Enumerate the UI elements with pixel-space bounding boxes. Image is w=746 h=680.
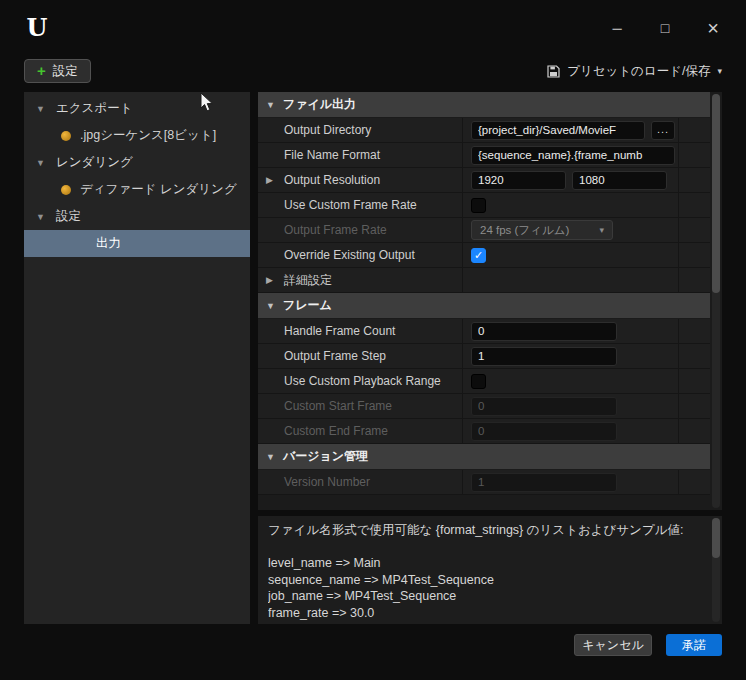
custom-end-frame-input[interactable] bbox=[471, 422, 617, 441]
cancel-button[interactable]: キャンセル bbox=[574, 634, 652, 656]
movie-render-settings-window: U ─ □ × + 設定 プリセットのロード/保存 ▾ ▼ エクス bbox=[0, 0, 746, 680]
setting-label-text: Handle Frame Count bbox=[284, 324, 395, 338]
setting-row-file-name-format: File Name Format bbox=[258, 143, 710, 168]
setting-row-output-resolution: ▶ Output Resolution bbox=[258, 168, 710, 193]
setting-row-use-custom-playback-range: Use Custom Playback Range bbox=[258, 369, 710, 394]
setting-value bbox=[462, 268, 678, 292]
browse-button[interactable]: ... bbox=[651, 121, 675, 140]
setting-value bbox=[462, 344, 678, 368]
triangle-down-icon: ▼ bbox=[266, 301, 275, 311]
setting-label: Version Number bbox=[258, 470, 462, 494]
setting-label: Custom Start Frame bbox=[258, 394, 462, 418]
setting-label: Output Frame Rate bbox=[258, 218, 462, 242]
resolution-height-input[interactable] bbox=[572, 171, 667, 190]
setting-label: Use Custom Playback Range bbox=[258, 369, 462, 393]
info-line: ファイル名形式で使用可能な {format_strings} のリストおよびサン… bbox=[268, 522, 702, 539]
row-end-spacer bbox=[678, 394, 710, 418]
info-scrollbar[interactable] bbox=[712, 518, 720, 622]
section-header-version[interactable]: ▼ バージョン管理 bbox=[258, 444, 710, 469]
output-frame-step-input[interactable] bbox=[471, 347, 617, 366]
sidebar-item-jpg-sequence[interactable]: .jpgシーケンス[8ビット] bbox=[24, 122, 250, 149]
info-line: job_name => MP4Test_Sequence bbox=[268, 588, 702, 605]
titlebar: U ─ □ × bbox=[0, 0, 746, 56]
use-custom-playback-range-checkbox[interactable] bbox=[471, 374, 486, 389]
setting-label-text: Output Resolution bbox=[284, 173, 380, 187]
content: ▼ エクスポート .jpgシーケンス[8ビット] ▼ レンダリング ディファード… bbox=[0, 86, 746, 624]
row-end-spacer bbox=[678, 319, 710, 343]
triangle-down-icon: ▼ bbox=[266, 452, 275, 462]
sidebar: ▼ エクスポート .jpgシーケンス[8ビット] ▼ レンダリング ディファード… bbox=[24, 92, 250, 624]
settings-scrollbar-thumb[interactable] bbox=[712, 94, 720, 293]
setting-label: Custom End Frame bbox=[258, 419, 462, 443]
setting-label: File Name Format bbox=[258, 143, 462, 167]
window-controls: ─ □ × bbox=[608, 19, 722, 37]
minimize-button[interactable]: ─ bbox=[608, 21, 626, 36]
custom-start-frame-input[interactable] bbox=[471, 397, 617, 416]
sidebar-item-output[interactable]: 出力 bbox=[24, 230, 250, 257]
unreal-logo-icon: U bbox=[24, 14, 50, 42]
setting-row-advanced[interactable]: ▶ 詳細設定 bbox=[258, 268, 710, 293]
row-end-spacer bbox=[678, 369, 710, 393]
triangle-down-icon: ▼ bbox=[36, 104, 46, 114]
setting-value bbox=[462, 369, 678, 393]
file-name-format-input[interactable] bbox=[471, 146, 675, 165]
sidebar-group-label: レンダリング bbox=[56, 154, 133, 171]
use-custom-frame-rate-checkbox[interactable] bbox=[471, 198, 486, 213]
setting-label-text: Output Directory bbox=[284, 123, 371, 137]
sidebar-group-rendering[interactable]: ▼ レンダリング bbox=[24, 149, 250, 176]
maximize-button[interactable]: □ bbox=[656, 20, 674, 36]
row-end-spacer bbox=[678, 470, 710, 494]
sidebar-group-export[interactable]: ▼ エクスポート bbox=[24, 95, 250, 122]
resolution-width-input[interactable] bbox=[471, 171, 566, 190]
triangle-down-icon: ▼ bbox=[36, 212, 46, 222]
setting-label-text: Output Frame Step bbox=[284, 349, 386, 363]
row-end-spacer bbox=[678, 118, 710, 142]
section-header-file-output[interactable]: ▼ ファイル出力 bbox=[258, 92, 710, 117]
setting-row-use-custom-frame-rate: Use Custom Frame Rate bbox=[258, 193, 710, 218]
setting-label: Handle Frame Count bbox=[258, 319, 462, 343]
row-end-spacer bbox=[678, 218, 710, 242]
setting-label-text: 詳細設定 bbox=[284, 272, 332, 289]
sidebar-item-label: .jpgシーケンス[8ビット] bbox=[80, 127, 216, 144]
sidebar-item-deferred-rendering[interactable]: ディファード レンダリング bbox=[24, 176, 250, 203]
info-scrollbar-thumb[interactable] bbox=[712, 518, 720, 558]
sidebar-group-settings[interactable]: ▼ 設定 bbox=[24, 203, 250, 230]
triangle-right-icon[interactable]: ▶ bbox=[266, 275, 273, 285]
triangle-down-icon: ▼ bbox=[266, 100, 275, 110]
version-number-input[interactable] bbox=[471, 473, 617, 492]
main-panel: ▼ ファイル出力 Output Directory ... File Name … bbox=[258, 92, 722, 624]
info-line: date => 2023.04.14 bbox=[268, 621, 702, 624]
accept-button[interactable]: 承諾 bbox=[666, 634, 722, 656]
enabled-toggle-icon[interactable] bbox=[61, 185, 71, 195]
setting-row-handle-frame-count: Handle Frame Count bbox=[258, 319, 710, 344]
toolbar: + 設定 プリセットのロード/保存 ▾ bbox=[0, 56, 746, 86]
sidebar-group-label: エクスポート bbox=[56, 100, 132, 117]
setting-value bbox=[462, 319, 678, 343]
section-title: フレーム bbox=[283, 297, 332, 314]
setting-value: ✓ bbox=[462, 243, 678, 267]
preset-load-save-button[interactable]: プリセットのロード/保存 ▾ bbox=[547, 63, 722, 80]
setting-label-text: Custom Start Frame bbox=[284, 399, 392, 413]
section-title: ファイル出力 bbox=[283, 96, 356, 113]
row-end-spacer bbox=[678, 143, 710, 167]
setting-value bbox=[462, 143, 678, 167]
triangle-down-icon: ▼ bbox=[36, 158, 46, 168]
setting-label: ▶ Output Resolution bbox=[258, 168, 462, 192]
setting-label: Use Custom Frame Rate bbox=[258, 193, 462, 217]
sidebar-item-label: 出力 bbox=[96, 235, 121, 252]
section-header-frame[interactable]: ▼ フレーム bbox=[258, 293, 710, 318]
handle-frame-count-input[interactable] bbox=[471, 322, 617, 341]
output-directory-input[interactable] bbox=[471, 121, 645, 140]
settings-scrollbar[interactable] bbox=[712, 94, 720, 508]
row-end-spacer bbox=[678, 344, 710, 368]
close-button[interactable]: × bbox=[704, 19, 722, 37]
enabled-toggle-icon[interactable] bbox=[61, 131, 71, 141]
dropdown-value: 24 fps (フィルム) bbox=[480, 223, 569, 238]
triangle-right-icon[interactable]: ▶ bbox=[266, 175, 273, 185]
output-frame-rate-dropdown[interactable]: 24 fps (フィルム) ▾ bbox=[471, 220, 613, 240]
format-strings-info-panel: ファイル名形式で使用可能な {format_strings} のリストおよびサン… bbox=[258, 516, 722, 624]
add-setting-button[interactable]: + 設定 bbox=[24, 59, 91, 83]
override-existing-output-checkbox[interactable]: ✓ bbox=[471, 248, 486, 263]
setting-label-text: Custom End Frame bbox=[284, 424, 388, 438]
setting-label-text: Version Number bbox=[284, 475, 370, 489]
